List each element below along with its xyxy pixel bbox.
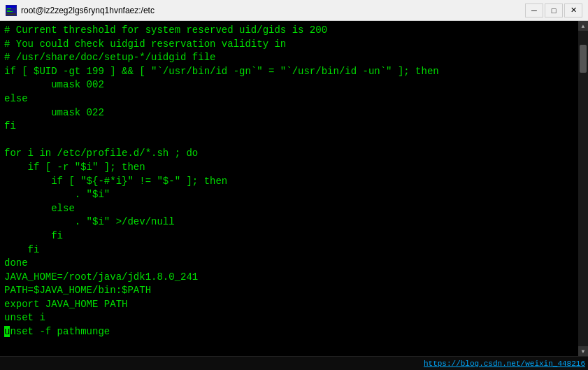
status-bar: https://blog.csdn.net/weixin_448216 — [0, 356, 588, 370]
title-bar-buttons: ─ □ ✕ — [525, 3, 582, 17]
minimize-button[interactable]: ─ — [525, 3, 543, 17]
title-text: root@iz2zeg2lgs6rynq1hvnfaez:/etc — [21, 6, 155, 15]
svg-rect-5 — [6, 13, 16, 15]
scroll-down-arrow[interactable]: ▼ — [578, 346, 588, 356]
title-bar-left: root@iz2zeg2lgs6rynq1hvnfaez:/etc — [6, 5, 155, 16]
app-icon — [6, 5, 17, 16]
terminal-content[interactable]: # Current threshold for system reserved … — [0, 21, 578, 356]
scrollbar-thumb[interactable] — [580, 45, 587, 73]
terminal-wrapper: # Current threshold for system reserved … — [0, 21, 588, 356]
svg-rect-3 — [7, 10, 10, 10]
maximize-button[interactable]: □ — [545, 3, 563, 17]
svg-rect-1 — [6, 6, 16, 8]
scroll-up-arrow[interactable]: ▲ — [578, 21, 588, 31]
scrollbar-y[interactable]: ▲ ▼ — [578, 21, 588, 356]
title-bar: root@iz2zeg2lgs6rynq1hvnfaez:/etc ─ □ ✕ — [0, 0, 588, 21]
close-button[interactable]: ✕ — [564, 3, 582, 17]
status-url: https://blog.csdn.net/weixin_448216 — [424, 360, 585, 368]
svg-rect-2 — [7, 8, 11, 9]
svg-rect-4 — [7, 11, 13, 12]
